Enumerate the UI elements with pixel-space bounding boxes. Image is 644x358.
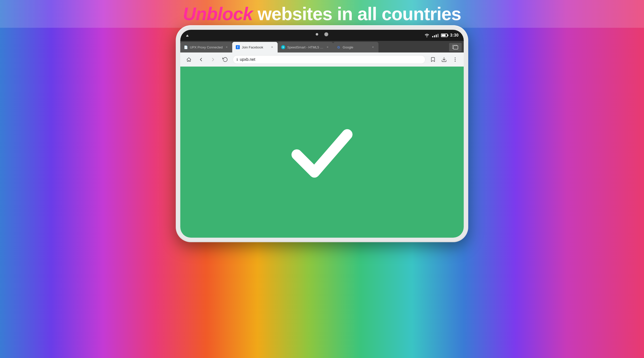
web-content xyxy=(180,67,464,238)
wifi-icon xyxy=(424,33,430,37)
lock-icon: ℹ xyxy=(237,58,238,62)
signal-bars xyxy=(432,33,438,37)
address-bar-actions xyxy=(428,55,460,64)
tablet-wrapper: 3:30 📄 UPX Proxy Connected × f Join Face… xyxy=(176,25,468,242)
reload-button[interactable] xyxy=(221,55,230,64)
home-button[interactable] xyxy=(184,55,193,64)
battery-icon xyxy=(441,34,448,37)
status-bar-right: 3:30 xyxy=(424,33,459,38)
sensor-dot xyxy=(316,33,318,36)
tab-switcher-button[interactable] xyxy=(449,43,462,51)
tab-close-facebook[interactable]: × xyxy=(270,45,274,49)
checkmark-svg xyxy=(287,117,357,187)
bookmark-button[interactable] xyxy=(428,55,437,64)
heading-area: Unblock websites in all countries xyxy=(0,0,644,28)
doc-icon: 📄 xyxy=(184,45,188,49)
tab-close-upx[interactable]: × xyxy=(225,45,229,49)
tab-facebook[interactable]: f Join Facebook × xyxy=(232,42,278,52)
download-button[interactable] xyxy=(440,55,449,64)
tablet-sensors xyxy=(316,32,328,36)
heading-highlight: Unblock xyxy=(183,4,253,24)
checkmark-container xyxy=(284,114,360,190)
svg-point-5 xyxy=(455,61,456,62)
svg-point-4 xyxy=(455,59,456,60)
tab-upx[interactable]: 📄 UPX Proxy Connected × xyxy=(180,42,232,52)
facebook-icon: f xyxy=(236,45,240,49)
address-bar-row: ℹ upxb.net xyxy=(180,52,464,67)
tabs-bar: 📄 UPX Proxy Connected × f Join Facebook … xyxy=(180,41,464,52)
tab-close-google[interactable]: × xyxy=(371,45,375,49)
tab-label-upx: UPX Proxy Connected xyxy=(190,45,223,49)
heading-rest: websites in all countries xyxy=(253,4,461,24)
status-bar-left xyxy=(185,33,190,38)
tab-speedsmart[interactable]: S SpeedSmart - HTML5 Intern × xyxy=(278,42,333,52)
tab-google[interactable]: G Google × xyxy=(333,42,378,52)
back-button[interactable] xyxy=(196,55,206,64)
url-text: upxb.net xyxy=(240,57,255,62)
forward-button[interactable] xyxy=(209,55,218,64)
tab-close-speedsmart[interactable]: × xyxy=(326,45,330,49)
browser-chrome: 3:30 📄 UPX Proxy Connected × f Join Face… xyxy=(180,30,464,238)
svg-point-3 xyxy=(455,57,456,58)
time-display: 3:30 xyxy=(450,33,459,38)
tab-label-google: Google xyxy=(343,45,369,49)
tab-label-facebook: Join Facebook xyxy=(242,45,268,49)
google-icon: G xyxy=(337,45,341,49)
svg-rect-1 xyxy=(453,46,458,49)
menu-button[interactable] xyxy=(451,55,460,64)
address-input[interactable]: ℹ upxb.net xyxy=(233,55,425,64)
speedsmart-icon: S xyxy=(281,45,285,49)
battery-fill xyxy=(442,34,446,36)
tablet-device: 3:30 📄 UPX Proxy Connected × f Join Face… xyxy=(176,25,468,242)
tab-label-speedsmart: SpeedSmart - HTML5 Intern xyxy=(287,45,324,49)
warning-icon xyxy=(185,33,190,38)
main-heading: Unblock websites in all countries xyxy=(183,4,461,24)
camera-dot xyxy=(324,32,328,36)
tab-bar-extra xyxy=(378,41,464,52)
